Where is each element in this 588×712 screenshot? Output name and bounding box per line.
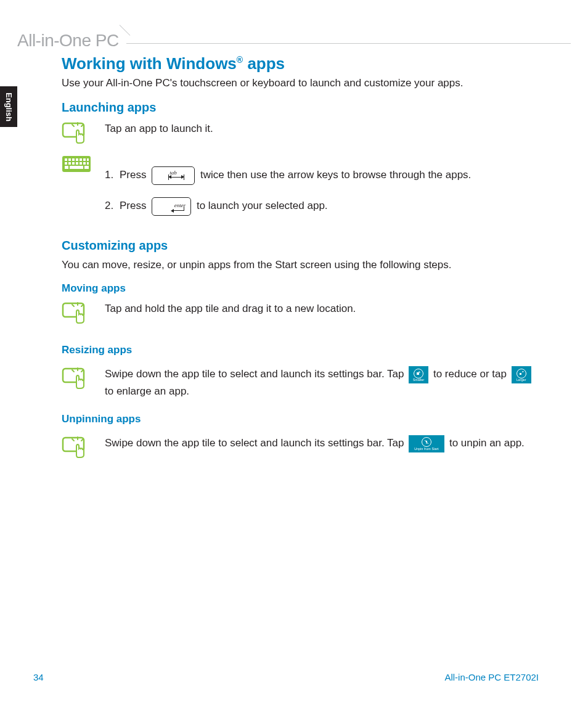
step1-text-b: twice then use the arrow keys to browse … <box>200 169 471 181</box>
step1-text-a: Press <box>120 169 149 181</box>
launching-apps-heading: Launching apps <box>62 100 539 115</box>
svg-rect-9 <box>80 158 82 161</box>
svg-line-3 <box>81 125 83 126</box>
launching-touch-row: Tap an app to launch it. <box>62 121 539 147</box>
resizing-text-c: to enlarge an app. <box>105 385 189 397</box>
resizing-text: Swipe down the app tile to select and la… <box>105 366 539 399</box>
moving-row: Tap and hold the app tile and drag it to… <box>62 301 539 327</box>
resizing-text-a: Swipe down the app tile to select and la… <box>105 368 407 380</box>
smaller-label: Smaller <box>409 378 428 383</box>
svg-line-35 <box>81 439 83 441</box>
larger-label: Larger <box>512 378 531 383</box>
svg-rect-14 <box>72 162 75 165</box>
svg-rect-16 <box>80 162 82 165</box>
touch-drag-icon <box>62 301 90 324</box>
unpinning-apps-heading: Unpinning apps <box>62 413 539 425</box>
customizing-apps-heading: Customizing apps <box>62 239 539 253</box>
smaller-tile-icon: Smaller <box>409 366 428 383</box>
keyboard-steps: Press tab twice then use the arrow keys … <box>105 165 539 216</box>
unpinning-row: Swipe down the app tile to select and la… <box>62 435 539 461</box>
moving-apps-heading: Moving apps <box>62 282 539 295</box>
moving-text: Tap and hold the app tile and drag it to… <box>105 301 539 317</box>
svg-line-33 <box>72 439 74 441</box>
svg-rect-19 <box>65 166 68 169</box>
page-title: Working with Windows® apps <box>62 54 539 73</box>
unpinning-text: Swipe down the app tile to select and la… <box>105 435 539 452</box>
footer-model: All-in-One PC ET2702I <box>444 672 539 682</box>
product-line: All-in-One PC <box>17 31 126 51</box>
page-header: All-in-One PC <box>17 31 571 51</box>
larger-tile-icon: Larger <box>512 366 531 383</box>
svg-rect-5 <box>65 158 67 161</box>
keyboard-icon <box>62 155 91 173</box>
enter-key-icon: enter <box>152 197 191 216</box>
svg-line-23 <box>72 305 74 306</box>
unpinning-text-a: Swipe down the app tile to select and la… <box>105 437 407 449</box>
customizing-intro: You can move, resize, or unpin apps from… <box>62 259 539 271</box>
resizing-row: Swipe down the app tile to select and la… <box>62 366 539 399</box>
page-content: Working with Windows® apps Use your All-… <box>62 54 539 466</box>
svg-rect-12 <box>65 162 67 165</box>
svg-rect-15 <box>76 162 78 165</box>
page-footer: 34 All-in-One PC ET2702I <box>33 672 539 682</box>
step-1: Press tab twice then use the arrow keys … <box>120 165 539 185</box>
language-label: English <box>4 92 14 121</box>
unpin-label: Unpin from Start <box>409 447 444 452</box>
svg-rect-17 <box>83 162 86 165</box>
svg-rect-8 <box>76 158 78 161</box>
svg-rect-10 <box>83 158 86 161</box>
svg-rect-13 <box>68 162 71 165</box>
title-post: apps <box>243 54 285 73</box>
step2-text-b: to launch your selected app. <box>197 200 328 211</box>
touch-swipe-icon <box>62 366 90 390</box>
svg-line-25 <box>81 305 83 306</box>
resizing-text-b: to reduce or tap <box>433 368 510 380</box>
svg-line-27 <box>72 370 74 372</box>
unpinning-text-b: to unpin an app. <box>449 437 525 449</box>
title-pre: Working with Windows <box>62 54 237 73</box>
touch-swipe-icon-2 <box>62 435 90 459</box>
svg-line-29 <box>81 370 83 372</box>
registered-mark: ® <box>237 55 243 65</box>
tab-key-label: tab <box>169 168 177 178</box>
svg-rect-20 <box>70 166 83 169</box>
page-number: 34 <box>33 672 44 682</box>
touch-tap-icon <box>62 121 90 144</box>
svg-rect-6 <box>68 158 71 161</box>
svg-rect-21 <box>84 166 89 169</box>
svg-rect-7 <box>72 158 75 161</box>
resizing-apps-heading: Resizing apps <box>62 344 539 356</box>
header-rule <box>126 43 571 44</box>
page-intro: Use your All-in-One PC's touchscreen or … <box>62 77 539 89</box>
svg-rect-31 <box>520 373 521 375</box>
svg-rect-11 <box>87 158 89 161</box>
svg-line-1 <box>72 125 74 126</box>
unpin-tile-icon: Unpin from Start <box>409 435 444 452</box>
step2-text-a: Press <box>120 200 149 211</box>
tab-key-icon: tab <box>152 166 195 185</box>
svg-rect-18 <box>87 162 89 165</box>
step-2: Press enter to launch your selected app. <box>120 196 539 216</box>
language-tab: English <box>0 86 17 127</box>
launching-tap-text: Tap an app to launch it. <box>105 121 539 137</box>
launching-keyboard-row: Press tab twice then use the arrow keys … <box>62 154 539 227</box>
